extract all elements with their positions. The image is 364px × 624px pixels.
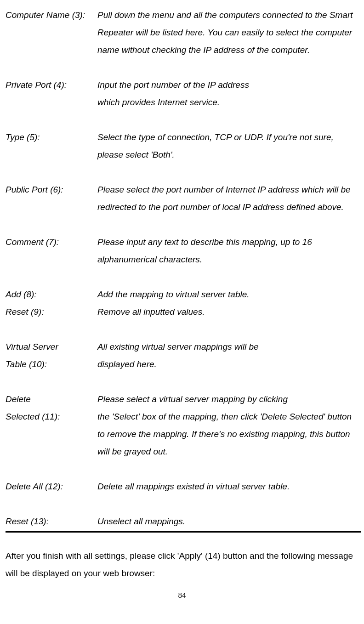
definition-row: Reset (9): Remove all inputted values. [6, 303, 362, 321]
section-divider [6, 531, 361, 533]
definition-row: Type (5): Select the type of connection,… [6, 129, 362, 164]
definition-row: Computer Name (3): Pull down the menu an… [6, 6, 362, 59]
term-label: Reset (9): [6, 303, 97, 321]
term-label: Virtual Server Table (10): [6, 338, 97, 373]
term-label: Add (8): [6, 286, 97, 303]
term-label: Public Port (6): [6, 181, 97, 216]
after-text: After you finish with all settings, plea… [6, 547, 362, 582]
term-description: Unselect all mappings. [97, 513, 362, 530]
term-description: Please select a virtual server mapping b… [97, 391, 362, 460]
definition-row: Delete Selected (11): Please select a vi… [6, 391, 362, 460]
definition-row: Delete All (12): Delete all mappings exi… [6, 478, 362, 495]
definition-row: Virtual Server Table (10): All existing … [6, 338, 362, 373]
term-label: Comment (7): [6, 233, 97, 268]
term-label: Private Port (4): [6, 76, 97, 111]
term-label: Computer Name (3): [6, 6, 97, 59]
term-description: Remove all inputted values. [97, 303, 362, 321]
definition-row: Private Port (4): Input the port number … [6, 76, 362, 111]
term-label: Delete All (12): [6, 478, 97, 495]
definition-row: Comment (7): Please input any text to de… [6, 233, 362, 268]
document-content: Computer Name (3): Pull down the menu an… [0, 0, 364, 582]
term-description: Input the port number of the IP address … [97, 76, 362, 111]
term-label: Reset (13): [6, 513, 97, 530]
term-description: Select the type of connection, TCP or UD… [97, 129, 362, 164]
term-description: Pull down the menu and all the computers… [97, 6, 362, 59]
definition-row: Add (8): Add the mapping to virtual serv… [6, 286, 362, 303]
term-description: Please input any text to describe this m… [97, 233, 362, 268]
definition-row: Public Port (6): Please select the port … [6, 181, 362, 216]
term-label: Delete Selected (11): [6, 391, 97, 460]
term-description: All existing virtual server mappings wil… [97, 338, 362, 373]
term-description: Please select the port number of Interne… [97, 181, 362, 216]
term-description: Add the mapping to virtual server table. [97, 286, 362, 303]
page-number: 84 [0, 591, 364, 600]
term-label: Type (5): [6, 129, 97, 164]
definition-row: Reset (13): Unselect all mappings. [6, 513, 362, 530]
term-description: Delete all mappings existed in virtual s… [97, 478, 362, 495]
